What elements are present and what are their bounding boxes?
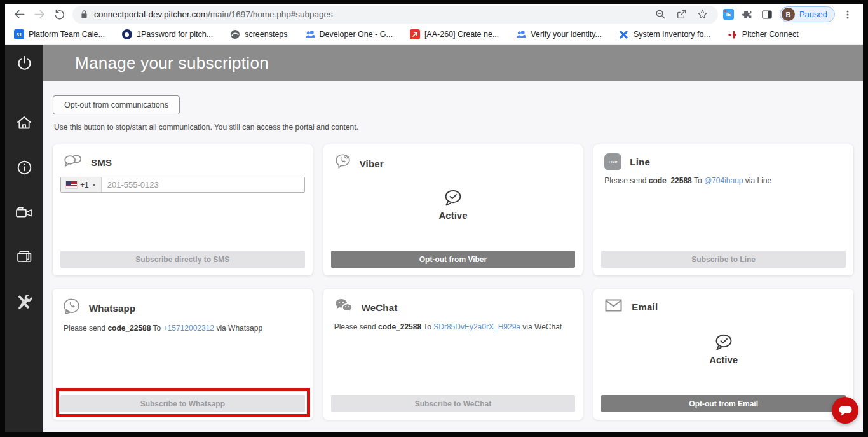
extensions-puzzle-icon[interactable]: [739, 7, 754, 22]
channel-title: Whatsapp: [89, 303, 135, 314]
channel-title: Viber: [360, 158, 384, 169]
people-icon: [516, 29, 526, 39]
subscription-instructions: Please send code_22588 To SDr85DvEy2a0rX…: [334, 323, 574, 331]
lock-icon: [80, 10, 88, 19]
active-status: Active: [323, 189, 583, 221]
bookmarks-bar: 31 Platform Team Cale... 1Password for p…: [5, 25, 863, 45]
menu-dots-icon[interactable]: [840, 7, 855, 22]
card-sms: SMS +1 Subscribe directly to SMS: [53, 144, 313, 275]
bookmark-star-icon[interactable]: [695, 7, 710, 22]
channel-grid: SMS +1 Subscribe directly to SMS: [53, 144, 853, 420]
subscription-instructions: Please send code_22588 To +15712002312 v…: [64, 324, 304, 333]
card-viber: Viber Active Opt-out from Viber: [323, 144, 583, 275]
page-content: Manage your subscription Opt-out from co…: [43, 45, 863, 432]
browser-toolbar: connectportal-dev.pitcher.com/main/1697/…: [5, 4, 863, 25]
refresh-icon[interactable]: [52, 7, 67, 22]
subscribe-line-button[interactable]: Subscribe to Line: [601, 251, 846, 268]
profile-chip[interactable]: B Paused: [780, 6, 835, 22]
subscription-code: code_22588: [649, 176, 692, 185]
people-icon: [305, 29, 315, 39]
share-icon[interactable]: [674, 7, 689, 22]
bookmark-item[interactable]: 31 Platform Team Cale...: [14, 29, 105, 39]
phone-input-group: +1: [60, 177, 305, 193]
active-status: Active: [593, 333, 853, 365]
channel-title: Email: [632, 302, 658, 312]
country-code-selector[interactable]: +1: [61, 177, 102, 192]
app-sidebar: [5, 45, 43, 432]
chat-widget-button[interactable]: [832, 397, 858, 424]
browser-window: connectportal-dev.pitcher.com/main/1697/…: [5, 4, 863, 432]
bookmark-item[interactable]: System Inventory fo...: [619, 29, 710, 39]
email-icon: [604, 298, 623, 316]
wechat-icon: [334, 298, 353, 317]
video-camera-icon[interactable]: [15, 204, 34, 220]
zoom-out-icon[interactable]: [653, 7, 668, 22]
card-wechat: WeChat Please send code_22588 To SDr85Dv…: [323, 289, 583, 420]
line-handle-link[interactable]: @704ihaup: [704, 176, 743, 185]
viber-icon: [334, 153, 351, 174]
url-bar[interactable]: connectportal-dev.pitcher.com/main/1697/…: [72, 6, 718, 24]
bookmark-item[interactable]: screensteps: [230, 29, 287, 39]
optout-description: Use this button to stop/start all commun…: [54, 123, 853, 132]
page-header: Manage your subscription: [43, 45, 863, 81]
subscription-content: Opt-out from communications Use this but…: [43, 81, 863, 420]
channel-title: WeChat: [362, 302, 398, 313]
subscription-code: code_22588: [107, 324, 151, 333]
optout-communications-button[interactable]: Opt-out from communications: [53, 95, 180, 114]
layers-icon[interactable]: [16, 248, 33, 265]
us-flag-icon: [66, 181, 77, 188]
whatsapp-number-link[interactable]: +15712002312: [163, 324, 214, 333]
card-email: Email Active Opt-out from Email: [593, 289, 853, 420]
forward-icon[interactable]: [32, 7, 47, 22]
calendar-icon: 31: [14, 29, 24, 39]
sms-bubbles-icon: [64, 153, 83, 171]
chevron-down-icon: [92, 184, 96, 186]
page-title: Manage your subscription: [75, 53, 269, 73]
extension-icon[interactable]: iE: [723, 9, 734, 20]
sync-status: Paused: [799, 10, 827, 19]
optout-email-button[interactable]: Opt-out from Email: [601, 395, 846, 412]
subscribe-sms-button[interactable]: Subscribe directly to SMS: [60, 251, 305, 268]
line-icon: LINE: [604, 153, 621, 170]
avatar: B: [782, 8, 795, 21]
dial-code: +1: [80, 181, 89, 190]
whatsapp-icon: [64, 298, 81, 318]
bookmark-item[interactable]: Pitcher Connect: [728, 29, 799, 39]
card-line: LINE Line Please send code_22588 To @704…: [593, 144, 853, 275]
page-body: Manage your subscription Opt-out from co…: [5, 45, 863, 432]
subscribe-wechat-button[interactable]: Subscribe to WeChat: [331, 395, 576, 412]
active-bubble-check-icon: [442, 189, 464, 208]
tools-icon[interactable]: [15, 293, 33, 311]
phone-number-input[interactable]: [102, 177, 304, 192]
power-icon[interactable]: [16, 45, 33, 81]
screenshot-frame: connectportal-dev.pitcher.com/main/1697/…: [0, 0, 868, 437]
bookmark-item[interactable]: [AA-260] Create ne...: [410, 29, 499, 39]
channel-title: SMS: [91, 157, 112, 168]
jira-arrow-icon: [410, 29, 420, 39]
home-icon[interactable]: [15, 114, 33, 131]
channel-title: Line: [630, 156, 650, 167]
1password-icon: [122, 29, 132, 39]
chat-bubble-icon: [838, 404, 853, 417]
bookmark-item[interactable]: Developer One - G...: [305, 29, 393, 39]
bookmark-item[interactable]: Verify your identity...: [516, 29, 602, 39]
url-text: connectportal-dev.pitcher.com/main/1697/…: [94, 10, 333, 19]
wechat-id-link[interactable]: SDr85DvEy2a0rX_H929a: [433, 323, 520, 331]
x-icon: [619, 29, 629, 39]
subscribe-whatsapp-button[interactable]: Subscribe to Whatsapp: [60, 395, 305, 412]
subscription-instructions: Please send code_22588 To @704ihaup via …: [604, 176, 844, 185]
info-icon[interactable]: [16, 159, 33, 176]
back-icon[interactable]: [11, 7, 27, 22]
card-whatsapp: Whatsapp Please send code_22588 To +1571…: [53, 289, 313, 420]
side-panel-icon[interactable]: [759, 7, 775, 22]
active-bubble-check-icon: [713, 333, 735, 352]
pitcher-plus-icon: [728, 29, 738, 39]
globe-icon: [230, 29, 240, 39]
bookmark-item[interactable]: 1Password for pitch...: [122, 29, 213, 39]
subscription-code: code_22588: [378, 323, 421, 331]
optout-viber-button[interactable]: Opt-out from Viber: [331, 251, 576, 268]
